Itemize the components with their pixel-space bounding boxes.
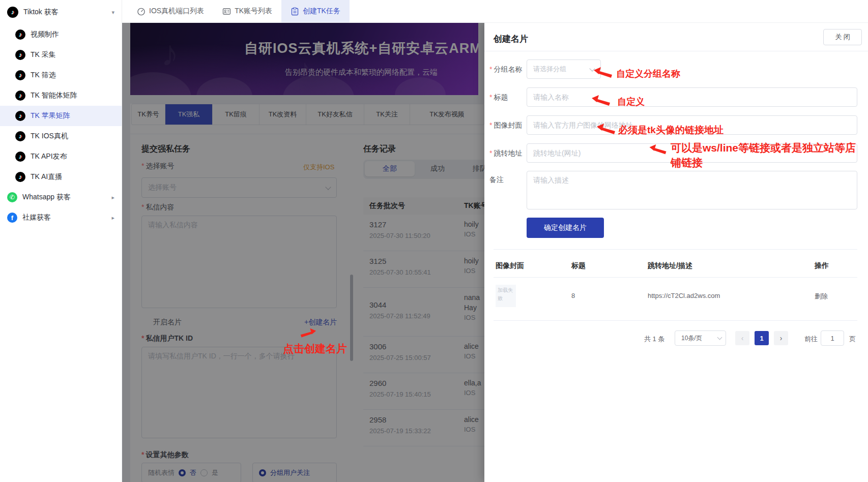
annotation-jump-url-line2: 铺链接 bbox=[671, 156, 703, 170]
pagination-total: 共 1 条 bbox=[644, 335, 664, 344]
sidebar-item-label: Tiktok 获客 bbox=[23, 8, 59, 17]
tiktok-icon: ♪ bbox=[15, 172, 25, 182]
image-cover-label: *图像封面 bbox=[489, 121, 522, 130]
sidebar-item-video-production[interactable]: ♪ 视频制作 bbox=[0, 24, 122, 45]
sidebar-item-whatsapp[interactable]: ✆ Whatsapp 获客 ▸ bbox=[0, 187, 122, 207]
caret-right-icon: ▸ bbox=[111, 194, 114, 201]
annotation-jump-url-line1: 可以是ws/line等链接或者是独立站等店 bbox=[671, 141, 856, 155]
annotation-title: 自定义 bbox=[617, 96, 645, 108]
sidebar-item-label: TK 筛选 bbox=[31, 71, 56, 80]
caret-down-icon: ▾ bbox=[111, 9, 114, 16]
group-name-label: *分组名称 bbox=[489, 65, 522, 74]
divider bbox=[494, 249, 857, 250]
tiktok-icon: ♪ bbox=[15, 111, 25, 121]
goto-label: 前往 bbox=[804, 335, 818, 344]
sidebar-item-tk-api-publish[interactable]: ♪ TK API发布 bbox=[0, 146, 122, 167]
sidebar-item-label: TK 采集 bbox=[31, 50, 56, 59]
col-jump-desc: 跳转地址/描述 bbox=[648, 261, 692, 270]
modal-title: 创建名片 bbox=[494, 33, 528, 45]
sidebar-item-tk-agent-matrix[interactable]: ♪ TK 智能体矩阵 bbox=[0, 85, 122, 106]
delete-button[interactable]: 删除 bbox=[815, 292, 828, 301]
divider bbox=[494, 320, 857, 321]
col-action: 操作 bbox=[815, 261, 829, 270]
broken-image-placeholder: 加载失败 bbox=[496, 285, 516, 307]
divider bbox=[494, 277, 857, 278]
sidebar-item-social-media[interactable]: f 社媒获客 ▸ bbox=[0, 207, 122, 228]
sidebar-item-label: TK AI直播 bbox=[31, 172, 62, 182]
tiktok-icon: ♪ bbox=[15, 50, 25, 60]
close-button[interactable]: 关 闭 bbox=[823, 29, 862, 45]
sidebar-item-label: Whatsapp 获客 bbox=[22, 193, 71, 202]
tab-label: 创建TK任务 bbox=[303, 7, 340, 16]
annotation-arrow-icon bbox=[596, 123, 616, 136]
current-page-button[interactable]: 1 bbox=[755, 331, 769, 345]
page-size-value: 10条/页 bbox=[681, 334, 702, 343]
sidebar-item-label: TK 智能体矩阵 bbox=[31, 91, 77, 100]
clipboard-icon bbox=[291, 7, 299, 16]
jump-url-label: *跳转地址 bbox=[489, 149, 522, 158]
gauge-icon bbox=[137, 7, 146, 16]
title-label: *标题 bbox=[489, 93, 508, 102]
sidebar-item-label: 视频制作 bbox=[31, 30, 59, 39]
tab-label: TK账号列表 bbox=[235, 7, 272, 16]
required-asterisk: * bbox=[489, 149, 492, 157]
sidebar-item-label: TK API发布 bbox=[31, 152, 67, 161]
required-asterisk: * bbox=[489, 65, 492, 73]
caret-right-icon: ▸ bbox=[111, 215, 114, 221]
annotation-arrow-icon bbox=[649, 144, 667, 155]
tiktok-icon: ♪ bbox=[15, 152, 25, 162]
topbar: IOS真机端口列表 TK账号列表 创建TK任务 bbox=[122, 0, 868, 23]
next-page-button[interactable]: › bbox=[774, 331, 788, 345]
tab-label: IOS真机端口列表 bbox=[149, 7, 204, 16]
select-placeholder: 请选择分组 bbox=[533, 65, 566, 74]
app-root: ♪ Tiktok 获客 ▾ ♪ 视频制作 ♪ TK 采集 ♪ TK 筛选 ♪ T… bbox=[0, 0, 868, 482]
sidebar-item-label: TK 苹果矩阵 bbox=[31, 111, 70, 120]
remark-label: 备注 bbox=[489, 175, 504, 185]
prev-page-button[interactable]: ‹ bbox=[735, 331, 749, 345]
required-asterisk: * bbox=[489, 121, 492, 129]
tiktok-icon: ♪ bbox=[15, 29, 25, 40]
card-url-cell: https://cT2Cl.ad2ws.com bbox=[648, 292, 720, 299]
goto-page-input[interactable] bbox=[821, 330, 844, 346]
sidebar: ♪ Tiktok 获客 ▾ ♪ 视频制作 ♪ TK 采集 ♪ TK 筛选 ♪ T… bbox=[0, 0, 122, 482]
sidebar-item-tk-apple-matrix[interactable]: ♪ TK 苹果矩阵 bbox=[0, 106, 122, 126]
page-size-select[interactable]: 10条/页 bbox=[675, 330, 726, 346]
annotation-create-card: 点击创建名片 bbox=[283, 342, 347, 356]
title-input[interactable] bbox=[527, 87, 857, 107]
card-title-cell: 8 bbox=[571, 292, 575, 299]
tiktok-icon: ♪ bbox=[15, 131, 25, 141]
remark-textarea[interactable] bbox=[527, 171, 857, 209]
required-asterisk: * bbox=[489, 93, 492, 101]
annotation-arrow-icon bbox=[300, 327, 316, 339]
id-card-icon bbox=[222, 7, 231, 16]
col-title: 标题 bbox=[571, 261, 586, 270]
sidebar-item-tk-collect[interactable]: ♪ TK 采集 bbox=[0, 45, 122, 65]
tiktok-icon: ♪ bbox=[15, 70, 25, 80]
col-image-cover: 图像封面 bbox=[496, 261, 524, 270]
divider bbox=[484, 51, 868, 51]
confirm-create-card-button[interactable]: 确定创建名片 bbox=[527, 218, 604, 238]
sidebar-item-tk-ios-device[interactable]: ♪ TK IOS真机 bbox=[0, 126, 122, 146]
annotation-arrow-icon bbox=[591, 95, 611, 107]
tab-tk-account-list[interactable]: TK账号列表 bbox=[213, 0, 281, 22]
chevron-down-icon bbox=[717, 335, 722, 340]
annotation-arrow-icon bbox=[593, 67, 613, 79]
tiktok-icon: ♪ bbox=[15, 91, 25, 101]
sidebar-item-tk-ai-live[interactable]: ♪ TK AI直播 bbox=[0, 167, 122, 187]
goto-unit-label: 页 bbox=[849, 335, 856, 344]
tab-create-tk-task[interactable]: 创建TK任务 bbox=[281, 0, 350, 22]
group-select[interactable]: 请选择分组 bbox=[527, 59, 601, 79]
whatsapp-icon: ✆ bbox=[7, 192, 17, 202]
annotation-image-cover: 必须是tk头像的链接地址 bbox=[618, 124, 724, 137]
tab-ios-device-ports[interactable]: IOS真机端口列表 bbox=[128, 0, 213, 22]
annotation-group-name: 自定义分组名称 bbox=[616, 68, 680, 80]
facebook-icon: f bbox=[7, 213, 17, 223]
sidebar-item-label: TK IOS真机 bbox=[31, 132, 68, 141]
sidebar-item-tiktok[interactable]: ♪ Tiktok 获客 ▾ bbox=[0, 0, 122, 24]
sidebar-item-label: 社媒获客 bbox=[22, 213, 51, 222]
sidebar-item-tk-filter[interactable]: ♪ TK 筛选 bbox=[0, 65, 122, 85]
tiktok-icon: ♪ bbox=[7, 7, 18, 18]
